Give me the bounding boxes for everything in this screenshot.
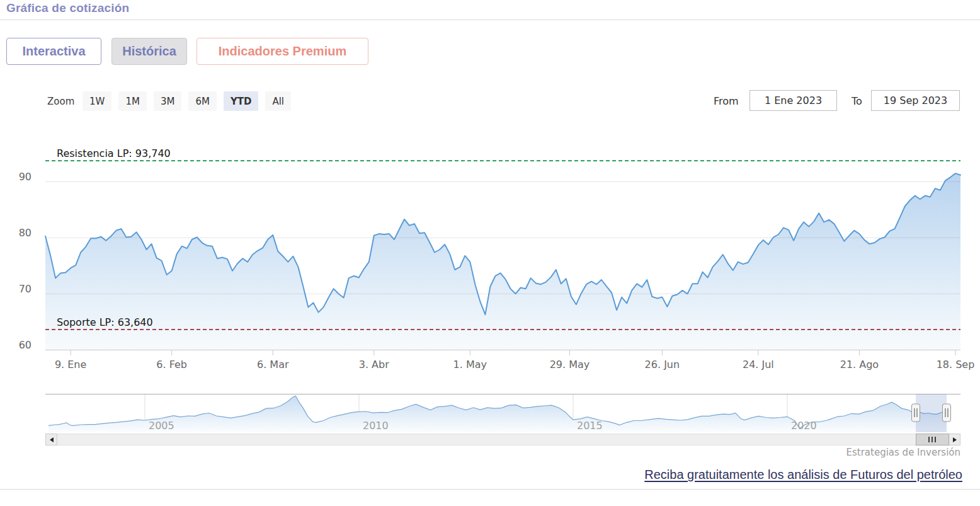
nav-year-label: 2010 (363, 420, 389, 432)
left-arrow-icon (50, 437, 54, 442)
right-arrow-icon (953, 437, 957, 442)
x-axis-label: 6. Mar (257, 359, 289, 371)
nav-year-label: 2015 (577, 420, 603, 432)
scrollbar-thumb[interactable] (916, 434, 949, 446)
x-axis-label: 18. Sep (937, 359, 975, 371)
analysis-signup-link[interactable]: Reciba gratuitamente los análisis de Fut… (644, 468, 962, 482)
thumb-grip-icon (928, 437, 930, 442)
x-axis-label: 21. Ago (840, 359, 879, 371)
x-axis-label: 24. Jul (743, 359, 774, 371)
scrollbar-right-arrow[interactable] (949, 434, 960, 446)
y-axis-label: 80 (19, 227, 31, 239)
x-axis-label: 26. Jun (645, 359, 680, 371)
x-axis-label: 6. Feb (156, 359, 187, 371)
price-chart: 908070609. Ene6. Feb6. Mar3. Abr1. May29… (0, 0, 980, 506)
y-axis-label: 70 (19, 283, 31, 295)
y-axis-label: 90 (19, 171, 31, 183)
x-axis-label: 9. Ene (55, 359, 86, 371)
scrollbar-left-arrow[interactable] (45, 434, 57, 446)
nav-year-label: 2005 (149, 420, 174, 432)
thumb-grip-icon (932, 437, 933, 442)
x-axis-label: 29. May (550, 359, 590, 371)
x-axis-label: 3. Abr (359, 359, 389, 371)
nav-handle-right[interactable] (942, 404, 950, 422)
scrollbar-track[interactable] (45, 434, 960, 446)
thumb-grip-icon (935, 437, 936, 442)
resistance-label: Resistencia LP: 93,740 (57, 147, 171, 159)
bottom-divider (0, 489, 980, 490)
chart-credit: Estrategias de Inversión (846, 447, 961, 458)
quote-chart-page: { "header": { "title": "Gráfica de cotiz… (0, 0, 980, 506)
y-axis-label: 60 (19, 339, 31, 351)
x-axis-label: 1. May (453, 359, 487, 371)
support-label: Soporte LP: 63,640 (57, 316, 153, 328)
nav-selected-mask[interactable] (916, 394, 947, 433)
nav-year-label: 2020 (791, 420, 817, 432)
price-area-fill (45, 173, 960, 350)
nav-handle-left[interactable] (912, 404, 920, 422)
